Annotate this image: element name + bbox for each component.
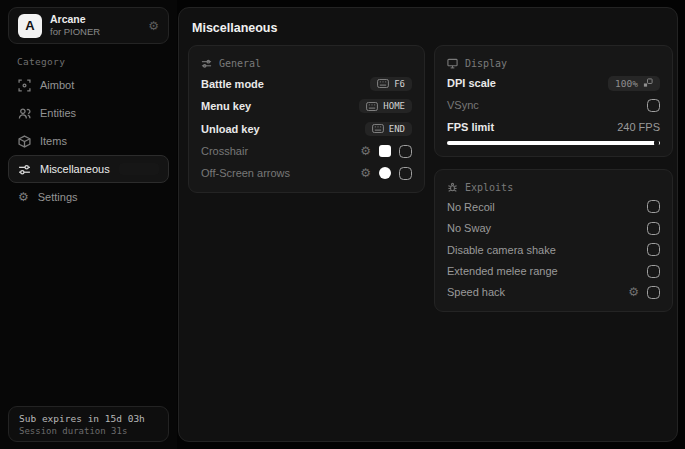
sidebar-item-settings[interactable]: ⚙ Settings [8,183,169,211]
fps-limit-label: FPS limit [447,121,494,133]
sidebar-item-label: Aimbot [40,79,74,91]
menu-key-keybind[interactable]: HOME [359,99,412,113]
offscreen-settings-gear-icon[interactable]: ⚙ [360,167,371,179]
monitor-icon [447,58,458,69]
fps-slider-fill [447,141,660,145]
subscription-footer: Sub expires in 15d 03h Session duration … [8,406,169,442]
unload-key-row: Unload key END [201,118,412,139]
keybind-value: F6 [394,79,405,89]
cube-icon [18,135,31,148]
users-icon [18,107,31,120]
disable-camera-shake-label: Disable camera shake [447,244,556,256]
no-recoil-checkbox[interactable] [647,200,660,213]
vsync-checkbox[interactable] [647,99,660,112]
offscreen-color-swatch[interactable] [379,167,391,179]
sidebar-item-items[interactable]: Items [8,127,169,155]
app-subtitle: for PIONER [50,26,100,38]
menu-key-label: Menu key [201,100,251,112]
speed-hack-settings-gear-icon[interactable]: ⚙ [628,286,639,298]
speed-hack-row: Speed hack ⚙ [447,282,660,303]
sliders-icon [18,163,31,176]
display-panel: Display DPI scale 100% VSync FPS limit 2… [434,45,673,157]
crosshair-scan-icon [18,79,31,92]
crosshair-color-swatch[interactable] [379,145,391,157]
sub-expires-text: Sub expires in 15d 03h [19,413,158,424]
crosshair-checkbox[interactable] [399,145,412,158]
extended-melee-range-checkbox[interactable] [647,265,660,278]
app-meta: Arcane for PIONER [50,13,100,38]
dpi-scale-badge[interactable]: 100% [608,76,660,91]
sidebar-item-label: Settings [38,191,78,203]
sliders-icon [201,58,212,69]
exploits-panel: Exploits No Recoil No Sway Disable camer… [434,169,673,312]
sidebar-item-label: Entities [40,107,76,119]
battle-mode-label: Battle mode [201,78,264,90]
dpi-scale-value: 100% [615,78,638,89]
fps-limit-value: 240 FPS [617,121,660,133]
keybind-value: HOME [383,101,405,111]
gear-icon: ⚙ [18,191,29,203]
page-title: Miscellaneous [192,21,277,35]
no-recoil-label: No Recoil [447,201,495,213]
sidebar-item-entities[interactable]: Entities [8,99,169,127]
app-header-card: A Arcane for PIONER ⚙ [8,7,169,44]
vsync-row: VSync [447,95,660,116]
crosshair-label: Crosshair [201,145,248,157]
offscreen-checkbox[interactable] [399,167,412,180]
sidebar-item-miscellaneous[interactable]: Miscellaneous [8,155,169,183]
extended-melee-range-label: Extended melee range [447,265,558,277]
fps-limit-slider[interactable] [447,138,660,148]
keybind-value: END [389,124,405,134]
header-settings-icon[interactable]: ⚙ [148,19,159,33]
disable-camera-shake-row: Disable camera shake [447,239,660,260]
offscreen-arrows-label: Off-Screen arrows [201,167,290,179]
speed-hack-checkbox[interactable] [647,286,660,299]
exploits-panel-header: Exploits [447,178,660,196]
dpi-scale-label: DPI scale [447,77,496,89]
keyboard-icon [372,124,384,133]
main-panel: Miscellaneous General Battle mode F6 [178,7,678,442]
keybind-ghost-badge [119,163,159,175]
general-panel-title: General [219,58,261,69]
dpi-scale-row: DPI scale 100% [447,73,660,94]
no-sway-row: No Sway [447,218,660,239]
app-logo: A [18,14,42,38]
vsync-label: VSync [447,99,479,111]
general-panel: General Battle mode F6 Menu key [188,45,425,193]
menu-key-row: Menu key HOME [201,96,412,117]
session-duration-text: Session duration 31s [19,426,158,436]
disable-camera-shake-checkbox[interactable] [647,243,660,256]
fps-limit-row: FPS limit 240 FPS [447,116,660,137]
offscreen-arrows-row: Off-Screen arrows ⚙ [201,163,412,184]
no-sway-label: No Sway [447,222,491,234]
extended-melee-range-row: Extended melee range [447,261,660,282]
keyboard-icon [377,79,389,88]
battle-mode-row: Battle mode F6 [201,73,412,94]
unload-key-keybind[interactable]: END [365,122,412,136]
scale-icon [643,78,653,88]
sidebar-item-label: Items [40,135,67,147]
no-sway-checkbox[interactable] [647,222,660,235]
sidebar-nav: Aimbot Entities Items [8,71,169,211]
display-panel-title: Display [465,58,507,69]
display-panel-header: Display [447,54,660,72]
keyboard-icon [366,102,378,111]
battle-mode-keybind[interactable]: F6 [370,77,412,91]
crosshair-settings-gear-icon[interactable]: ⚙ [360,145,371,157]
unload-key-label: Unload key [201,123,260,135]
slider-track [447,141,660,145]
category-label: Category [17,56,65,67]
speed-hack-label: Speed hack [447,286,505,298]
sidebar-item-label: Miscellaneous [40,163,110,175]
sidebar-item-aimbot[interactable]: Aimbot [8,71,169,99]
slider-knob[interactable] [654,141,659,146]
bug-icon [447,182,458,193]
general-panel-header: General [201,54,412,72]
app-name: Arcane [50,13,100,26]
sidebar: A Arcane for PIONER ⚙ Category Aimbot En… [0,0,177,449]
no-recoil-row: No Recoil [447,196,660,217]
exploits-panel-title: Exploits [465,182,513,193]
crosshair-row: Crosshair ⚙ [201,141,412,162]
